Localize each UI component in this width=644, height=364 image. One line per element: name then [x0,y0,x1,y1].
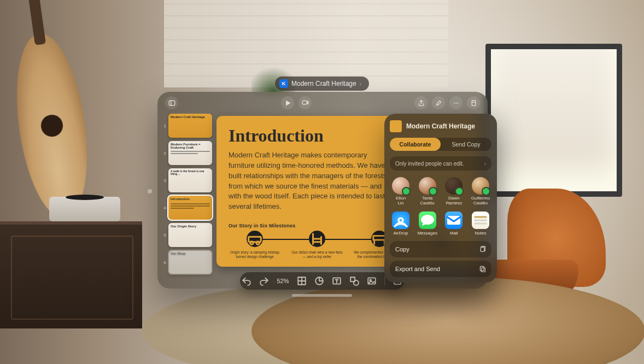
svg-point-19 [353,280,358,285]
undo-button[interactable] [242,276,251,286]
svg-rect-28 [481,247,484,251]
messages-badge-icon [402,187,411,196]
slide-thumb-4[interactable]: 4 Introduction [162,196,212,220]
svg-point-4 [454,102,455,103]
slide-thumb-mini[interactable]: Modern Furniture × Enduring Craft [168,141,212,165]
share-sheet: Modern Craft Heritage Collaborate Send C… [384,114,497,283]
camper-icon [247,231,263,247]
permissions-label: Only invited people can edit. [395,161,464,167]
slide-thumb-5[interactable]: 5 Our Origin Story [162,223,212,247]
messages-badge-icon [429,187,437,196]
apps-row: AirDrop Messages Mail Notes [390,212,491,236]
more-button[interactable] [449,96,462,109]
slide-thumb-mini[interactable]: Introduction [168,196,212,220]
avatar [472,177,489,195]
bottom-toolbar: 52% [240,272,404,290]
milestone-2[interactable]: Our debut chair wins a new fans — and a … [291,231,343,259]
messages-icon [419,212,436,229]
insert-text-button[interactable] [332,276,342,286]
svg-rect-0 [169,101,175,105]
slide-thumb-mini[interactable]: Modern Craft Heritage [168,114,212,138]
avatar [445,177,462,195]
copy-icon [479,245,486,253]
document-title-pill[interactable]: K Modern Craft Heritage › [275,77,369,91]
svg-rect-3 [302,101,307,104]
app-messages[interactable]: Messages [417,212,438,236]
svg-point-11 [256,241,260,244]
insert-media-button[interactable] [367,276,377,286]
room-window [485,44,622,197]
insert-shape-button[interactable] [349,276,359,286]
insert-chart-button[interactable] [314,276,324,286]
toolbar [157,92,488,114]
room-brick-wall [164,0,448,87]
app-mail[interactable]: Mail [443,212,465,236]
keynote-app-icon: K [279,79,288,88]
svg-marker-2 [286,100,290,105]
room-guitar [7,29,97,222]
person-guillermo[interactable]: GuillermoCastillo [470,177,491,206]
avatar [392,177,409,195]
slide-thumb-2[interactable]: 2 Modern Furniture × Enduring Craft [162,141,212,165]
window-grabber[interactable] [292,294,352,297]
window-close-control[interactable] [148,189,152,193]
app-airdrop[interactable]: AirDrop [390,212,412,236]
copy-label: Copy [395,246,409,253]
slide-thumb-3[interactable]: 3 A walk in the forest is one thing … [162,168,212,192]
document-title: Modern Craft Heritage [291,80,356,87]
segment-send-copy[interactable]: Send Copy [441,138,491,151]
copy-action[interactable]: Copy [390,241,491,257]
milestone-1[interactable]: Origin story: a camping mishap turned de… [229,231,281,259]
svg-point-10 [250,241,254,244]
export-icon [479,265,486,272]
sidebar-toggle-button[interactable] [165,96,178,109]
annotate-button[interactable] [432,96,445,109]
svg-rect-30 [482,268,485,272]
document-thumbnail-icon [390,120,402,132]
person-dawn[interactable]: DawnRamirez [443,177,465,206]
slide-thumb-mini[interactable]: A walk in the forest is one thing … [168,168,212,192]
zoom-level[interactable]: 52% [277,278,289,284]
people-row: EltonLin TaniaCastillo DawnRamirez Guill… [390,177,491,206]
insert-table-button[interactable] [297,276,307,286]
svg-rect-7 [472,100,476,105]
room-turntable [49,197,120,221]
slide-navigator[interactable]: 1 Modern Craft Heritage 2 Modern Furnitu… [162,114,214,283]
share-button[interactable] [414,96,428,109]
person-tania[interactable]: TaniaCastillo [417,177,438,206]
chevron-right-icon: › [484,161,486,167]
person-elton[interactable]: EltonLin [390,177,412,206]
export-action[interactable]: Export and Send [390,261,491,277]
slide-thumb-mini[interactable]: Our Shop [168,250,212,274]
mail-icon [445,212,462,229]
slide-thumb-6[interactable]: 6 Our Shop [162,250,212,274]
svg-rect-29 [480,267,484,271]
export-label: Export and Send [395,266,440,272]
redo-button[interactable] [259,276,269,286]
divider [384,277,385,285]
room-cabinet [0,221,142,328]
keynote-live-button[interactable] [298,96,312,109]
permissions-row[interactable]: Only invited people can edit. › [390,156,491,171]
svg-rect-12 [373,236,386,240]
share-doc-title: Modern Craft Heritage [406,122,475,130]
slide-thumb-1[interactable]: 1 Modern Craft Heritage [162,114,212,138]
chair-icon [309,231,325,247]
svg-rect-24 [447,216,460,225]
messages-badge-icon [482,187,490,196]
svg-point-23 [399,218,403,222]
format-inspector-button[interactable] [467,96,480,109]
share-header: Modern Craft Heritage [390,120,491,132]
segment-collaborate[interactable]: Collaborate [390,138,441,151]
chevron-right-icon: › [360,81,361,87]
avatar [419,177,436,195]
play-button[interactable] [281,96,294,109]
app-notes[interactable]: Notes [470,212,491,236]
slide-body-text[interactable]: Modern Craft Heritage makes contemporary… [229,150,387,212]
airdrop-icon [392,212,409,229]
share-mode-segmented[interactable]: Collaborate Send Copy [390,138,491,151]
slide-thumb-mini[interactable]: Our Origin Story [168,223,212,247]
svg-point-5 [455,102,456,103]
notes-icon [472,212,489,229]
svg-point-6 [457,102,458,103]
